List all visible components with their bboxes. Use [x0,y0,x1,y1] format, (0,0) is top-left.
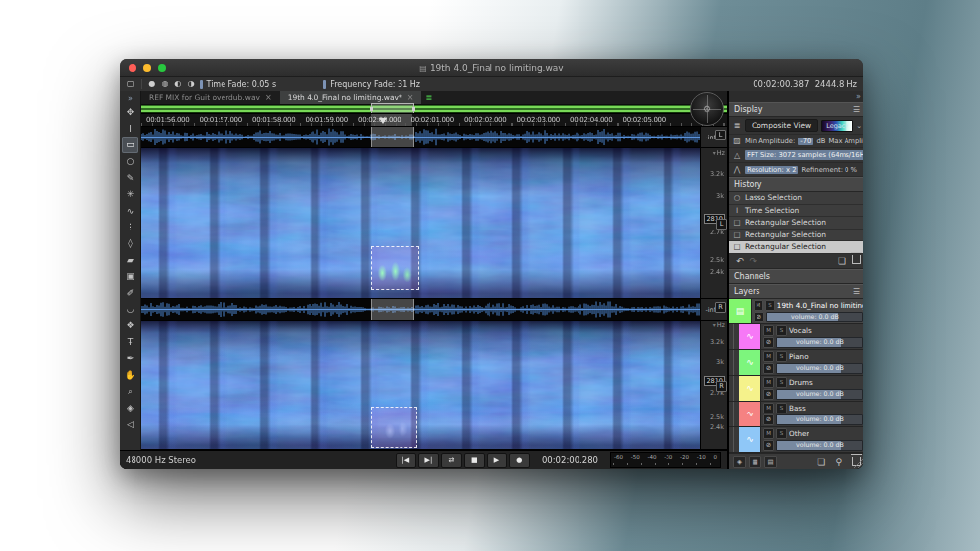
volume-slider[interactable]: volume: 0.0 dB [766,312,863,322]
stamp-tool[interactable]: ▣ [122,268,138,285]
pen-tool[interactable]: ✒ [122,350,138,367]
undo-icon[interactable]: ↶ [733,256,747,266]
visibility-icon[interactable]: ⊘ [763,389,774,400]
collapse-panel-icon[interactable]: » [856,92,861,101]
spectral-selection-right[interactable] [371,407,417,448]
layer-row-master[interactable]: ▤ M S 19th 4.0_Final no limiting.w ⊘ vol… [729,299,863,324]
stop-button[interactable]: ■ [464,453,485,468]
frequency-fade-slider[interactable] [323,80,326,89]
playback-tool[interactable]: ◁ [122,415,138,432]
waveform-right[interactable] [141,299,700,320]
close-tab-icon[interactable]: × [265,93,272,102]
mute-button[interactable]: M [763,403,774,413]
zoom-tool[interactable]: ⌕ [122,383,138,400]
history-item-time[interactable]: I Time Selection [729,205,863,218]
mute-button[interactable]: M [763,428,774,439]
mute-all-button[interactable]: ▦ [749,456,761,468]
overview-navigator[interactable] [141,104,727,113]
knife-tool[interactable]: ◡ [122,301,138,318]
redo-icon[interactable]: ↷ [747,256,760,266]
time-ruler[interactable]: 00:01:56.000 00:01:57.000 00:01:58.000 0… [141,113,727,127]
volume-slider[interactable]: volume: 0.0 dB [776,363,863,374]
display-section-header[interactable]: Display ☰ [729,102,863,117]
history-item-rect-1[interactable]: □ Rectangular Selection [729,217,863,230]
history-item-rect-3[interactable]: □ Rectangular Selection [729,241,863,254]
frequency-fade-label[interactable]: Frequency Fade: 31 Hz [330,80,420,89]
layer-row-piano[interactable]: ∿ M S Piano ⊘ volume: 0.0 dB [729,350,863,376]
spectrogram-left[interactable] [141,148,700,298]
hamburger-menu-icon[interactable]: ☰ [853,105,860,114]
frequency-selection-tool[interactable]: ∿ [122,203,138,220]
hand-tool[interactable]: ✋ [122,367,138,384]
frequency-unit[interactable]: ▾Hz [713,321,725,329]
layer-thumbnail[interactable]: ∿ [739,427,761,452]
duplicate-icon[interactable]: ❏ [835,256,848,266]
close-tab-icon[interactable]: × [407,93,414,102]
hamburger-menu-icon[interactable]: ☰ [853,287,860,296]
text-transform-tool[interactable]: Ŧ [122,333,138,350]
go-to-start-button[interactable]: |◀ [396,453,416,468]
playhead-marker[interactable] [379,118,387,124]
new-selection-mode-icon[interactable]: ▢ [126,79,135,89]
eraser-tool[interactable]: ◊ [122,235,138,252]
time-fade-label[interactable]: Time Fade: 0.05 s [207,80,277,89]
history-section-header[interactable]: History [729,177,863,192]
spectrogram-right[interactable] [141,321,700,449]
lasso-selection-tool[interactable]: ○ [122,153,138,170]
rectangular-selection-tool[interactable]: ▭ [122,137,138,153]
time-selection-tool[interactable]: I [122,121,138,138]
history-item-lasso[interactable]: ○ Lasso Selection [729,192,863,205]
heal-tool[interactable]: ❖ [122,318,138,334]
solo-button[interactable]: S [776,377,787,388]
solo-button[interactable]: S [776,428,787,439]
frequency-scale-right[interactable]: ▾Hz 3.2k 3k 2810 2.7k 2.5k 2.4k R [700,321,727,449]
volume-slider[interactable]: volume: 0.0 dB [776,389,863,400]
solo-button[interactable]: S [776,403,787,413]
visibility-icon[interactable]: ⊘ [763,337,774,348]
layer-row-drums[interactable]: ∿ M S Drums ⊘ volume: 0.0 dB [729,376,863,402]
play-button[interactable]: ▶ [487,453,507,468]
min-amplitude-value[interactable]: -70 [798,138,813,145]
scrollbar-badge-left[interactable]: L [716,219,727,230]
layer-row-bass[interactable]: ∿ M S Bass ⊘ volume: 0.0 dB [729,402,863,427]
go-to-end-button[interactable]: ▶| [418,453,439,468]
visibility-icon[interactable]: ⊘ [763,414,774,425]
transform-tool[interactable]: ✥ [122,104,138,121]
loop-button[interactable]: ⇄ [441,453,462,468]
delete-icon[interactable] [852,255,861,264]
layer-thumbnail[interactable]: ▤ [729,299,752,323]
subtract-selection-mode-icon[interactable]: ◐ [174,79,183,89]
layer-row-vocals[interactable]: ∿ M S Vocals ⊘ volume: 0.0 dB [729,324,863,350]
composite-view-button[interactable]: Composite View [745,119,818,132]
fft-size-slider[interactable]: FFT Size: 3072 samples (64ms/16Hz) [745,150,863,160]
layers-section-header[interactable]: Layers ☰ [729,284,863,299]
mute-button[interactable]: M [763,351,774,362]
spectral-selection-left[interactable] [371,246,419,290]
record-button[interactable]: ● [509,453,530,468]
visibility-icon[interactable]: ⊘ [754,312,764,322]
layer-row-other[interactable]: ∿ M S Other ⊘ volume: 0.0 dB [729,427,863,453]
chevron-down-icon[interactable]: ⌄ [856,122,862,130]
unmix-icon[interactable]: ⚲ [832,457,845,467]
solo-button[interactable]: S [776,325,787,336]
mute-button[interactable]: M [754,300,763,311]
solo-all-button[interactable]: ▤ [764,456,777,468]
visibility-icon[interactable]: ⊘ [763,363,774,374]
new-layer-icon[interactable]: ❏ [814,457,828,467]
time-fade-slider[interactable] [200,80,203,89]
visibility-icon[interactable]: ⊘ [763,440,774,451]
volume-slider[interactable]: volume: 0.0 dB [776,414,863,425]
mute-button[interactable]: M [763,377,774,388]
intersect-selection-mode-icon[interactable]: ◑ [187,79,196,89]
3d-view-tool[interactable]: ◈ [122,400,138,416]
frequency-unit[interactable]: ▾Hz [713,149,725,157]
collapse-tools-icon[interactable]: » [122,92,138,104]
magic-wand-tool[interactable]: ✳ [122,186,138,203]
mute-button[interactable]: M [763,325,774,336]
add-selection-mode-icon[interactable]: ◍ [161,79,170,89]
blend-mode-button[interactable]: ◈ [733,456,746,468]
solo-button[interactable]: S [776,351,787,362]
channels-section-header[interactable]: Channels [729,269,863,284]
frequency-scale-left[interactable]: ▾Hz 3.2k 3k 2810 2.7k 2.5k 2.4k L [700,148,727,298]
replace-selection-mode-icon[interactable]: ● [148,79,157,89]
